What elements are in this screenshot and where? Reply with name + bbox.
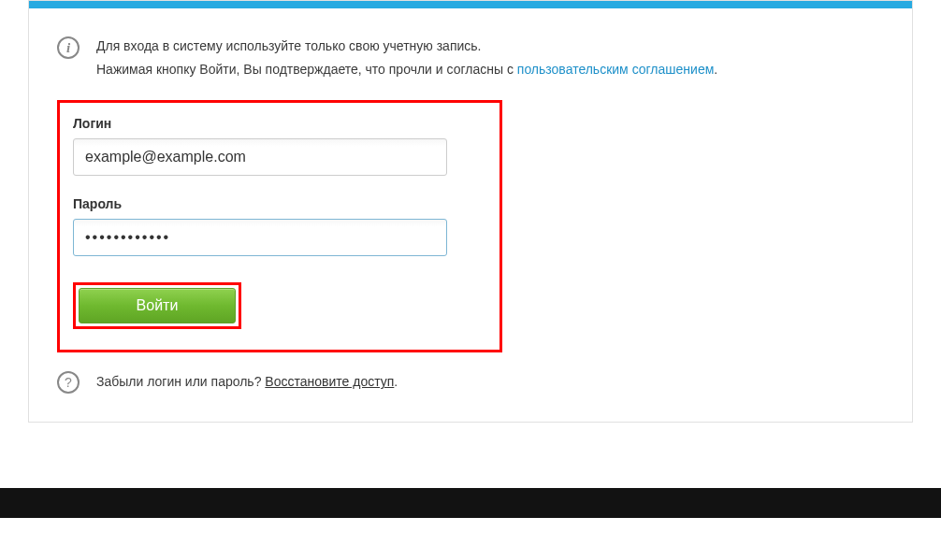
login-label: Логин — [73, 116, 486, 131]
login-button[interactable]: Войти — [79, 288, 236, 323]
forgot-text: Забыли логин или пароль? Восстановите до… — [96, 374, 398, 389]
password-input[interactable] — [73, 219, 447, 256]
restore-access-link[interactable]: Восстановите доступ — [265, 374, 394, 389]
question-icon: ? — [57, 371, 80, 394]
login-button-highlight: Войти — [73, 282, 241, 329]
info-icon: i — [57, 36, 80, 59]
info-line2-suffix: . — [714, 62, 717, 77]
info-text: Для входа в систему используйте только с… — [96, 35, 717, 81]
forgot-row: ? Забыли логин или пароль? Восстановите … — [57, 369, 884, 394]
info-line1: Для входа в систему используйте только с… — [96, 38, 482, 53]
info-row: i Для входа в систему используйте только… — [57, 35, 884, 81]
card-topbar — [29, 1, 912, 8]
login-input[interactable] — [73, 138, 447, 176]
login-card: i Для входа в систему используйте только… — [28, 0, 913, 423]
login-form-highlight: Логин Пароль Войти — [57, 100, 502, 352]
user-agreement-link[interactable]: пользовательским соглашением — [517, 62, 715, 77]
page-container: i Для входа в систему используйте только… — [0, 0, 941, 518]
password-label: Пароль — [73, 196, 486, 211]
forgot-prefix: Забыли логин или пароль? — [96, 374, 265, 389]
page-footer-bar — [0, 488, 941, 518]
info-line2-prefix: Нажимая кнопку Войти, Вы подтверждаете, … — [96, 62, 517, 77]
forgot-suffix: . — [394, 374, 398, 389]
card-content: i Для входа в систему используйте только… — [29, 8, 912, 422]
